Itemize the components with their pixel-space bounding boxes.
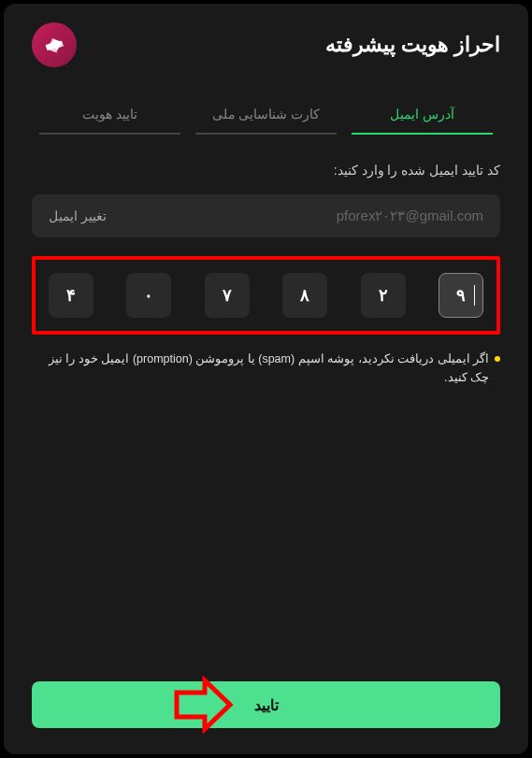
otp-digit-2[interactable]: ۰ <box>126 273 171 318</box>
otp-digit-6[interactable]: ۹ <box>439 273 483 318</box>
otp-digit-4[interactable]: ۸ <box>282 273 327 318</box>
otp-digit-3[interactable]: ۷ <box>205 273 250 318</box>
submit-button[interactable]: تایید <box>32 681 500 728</box>
brand-logo <box>32 22 77 67</box>
otp-inputs: ۴ ۰ ۷ ۸ ۲ ۹ <box>43 273 489 318</box>
instruction-text: کد تایید ایمیل شده را وارد کنید: <box>32 163 500 178</box>
otp-digit-5[interactable]: ۲ <box>361 273 406 318</box>
hint-text: اگر ایمیلی دریافت نکردید، پوشه اسپم (spa… <box>32 350 489 387</box>
swap-arrows-icon <box>40 31 68 59</box>
verification-panel: احراز هویت پیشرفته آدرس ایمیل کارت شناسا… <box>4 4 528 754</box>
change-email-link[interactable]: تغییر ایمیل <box>49 208 107 223</box>
page-title: احراز هویت پیشرفته <box>325 33 500 57</box>
otp-highlight-box: ۴ ۰ ۷ ۸ ۲ ۹ <box>32 256 500 335</box>
header: احراز هویت پیشرفته <box>32 22 500 67</box>
bullet-icon <box>495 356 500 362</box>
otp-digit-1[interactable]: ۴ <box>49 273 93 318</box>
tab-national-id[interactable]: کارت شناسایی ملی <box>195 95 337 135</box>
tabs: آدرس ایمیل کارت شناسایی ملی تایید هویت <box>32 95 500 135</box>
tab-email[interactable]: آدرس ایمیل <box>352 95 493 135</box>
email-value: pforex۲۰۲۳@gmail.com <box>107 207 483 224</box>
spam-hint: اگر ایمیلی دریافت نکردید، پوشه اسپم (spa… <box>32 350 500 387</box>
tab-identity[interactable]: تایید هویت <box>39 95 180 135</box>
email-row: pforex۲۰۲۳@gmail.com تغییر ایمیل <box>32 194 500 237</box>
